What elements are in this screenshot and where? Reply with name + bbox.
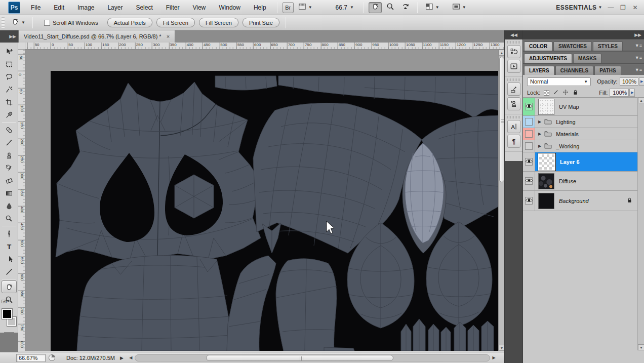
layer-visibility-cell[interactable] <box>523 191 535 211</box>
lock-pixels-button[interactable] <box>552 89 559 96</box>
layer-row-body[interactable]: ▶Materials <box>535 128 637 140</box>
tool-eyedropper[interactable] <box>0 108 18 121</box>
layer-row-body[interactable]: ▶_Working <box>535 140 637 152</box>
current-tool-icon-button[interactable]: ▼ <box>9 17 27 28</box>
status-popup-arrow-icon[interactable]: ▶ <box>120 355 124 360</box>
lock-transparency-button[interactable] <box>543 89 550 96</box>
opacity-slider-button[interactable]: ▶ <box>639 77 644 86</box>
tab-swatches[interactable]: SWATCHES <box>553 42 592 51</box>
document-tab[interactable]: Video11_Start_Diffuse.psd @ 66.7% (Layer… <box>18 30 175 43</box>
layer-visibility-cell[interactable] <box>523 98 535 115</box>
canvas-artwork[interactable] <box>51 71 498 351</box>
layer-row-body[interactable]: Layer 6 <box>535 152 637 171</box>
tool-clone-stamp[interactable] <box>0 149 18 162</box>
tool-hand[interactable] <box>2 280 17 293</box>
layer-row-diffuse[interactable]: Diffuse <box>523 172 637 191</box>
tool-line[interactable] <box>0 265 18 278</box>
panel-grip[interactable] <box>507 41 520 44</box>
menu-layer[interactable]: Layer <box>101 0 129 15</box>
rotate-view-button[interactable] <box>399 2 412 13</box>
tool-crop[interactable] <box>0 96 18 108</box>
zoom-level-dropdown-icon[interactable]: ▼ <box>350 5 354 10</box>
panel-grip[interactable] <box>507 78 520 81</box>
tab-masks[interactable]: MASKS <box>573 54 601 63</box>
panel-dock-header[interactable]: ▶▶ <box>523 30 644 39</box>
scroll-up-icon[interactable]: ▲ <box>638 97 644 103</box>
tool-healing-brush[interactable] <box>0 124 18 136</box>
menu-help[interactable]: Help <box>247 0 273 15</box>
menu-image[interactable]: Image <box>71 0 101 15</box>
menu-filter[interactable]: Filter <box>159 0 186 15</box>
tab-layers[interactable]: LAYERS <box>524 66 554 75</box>
panel-button-history[interactable] <box>507 45 520 58</box>
screen-mode-button[interactable]: ▼ <box>450 2 468 13</box>
mini-bridge-button[interactable]: ▼ <box>296 2 314 13</box>
layers-scrollbar[interactable]: ▲ ▼ <box>637 97 644 350</box>
horizontal-scrollbar-thumb[interactable] <box>206 355 393 361</box>
minimize-button[interactable]: — <box>607 4 615 11</box>
layer-thumbnail[interactable] <box>538 153 555 171</box>
button-print-size[interactable]: Print Size <box>243 18 279 27</box>
zoom-tool-button[interactable] <box>384 2 397 13</box>
restore-button[interactable]: ❐ <box>619 4 627 11</box>
panel-button-brush-panel[interactable] <box>507 83 520 96</box>
lock-position-button[interactable] <box>562 89 569 96</box>
horizontal-scroll-track[interactable] <box>135 354 490 361</box>
layer-thumbnail[interactable] <box>538 99 554 115</box>
canvas-viewport[interactable] <box>25 50 498 351</box>
layer-row-body[interactable]: UV Map <box>535 98 637 115</box>
bridge-button[interactable]: Br <box>283 2 294 13</box>
tool-blur[interactable] <box>0 199 18 212</box>
menu-view[interactable]: View <box>186 0 212 15</box>
panel-grip[interactable] <box>507 116 520 118</box>
menu-edit[interactable]: Edit <box>47 0 71 15</box>
scroll-down-icon[interactable]: ▼ <box>638 344 644 350</box>
hand-tool-button[interactable] <box>369 2 382 13</box>
document-vertical-scrollbar[interactable]: ▲ ▼ <box>498 50 504 351</box>
tab-color[interactable]: COLOR <box>524 42 552 51</box>
scroll-right-icon[interactable]: ▶ <box>491 354 497 361</box>
tool-history-brush[interactable] <box>0 162 18 174</box>
tool-rectangular-marquee[interactable] <box>0 58 18 70</box>
layer-row-body[interactable]: ▶Lighting <box>535 116 637 128</box>
tab-close-icon[interactable]: × <box>167 33 170 39</box>
blend-mode-select[interactable]: Normal ▼ <box>527 77 591 86</box>
zoom-level-value[interactable]: 66.7 <box>336 4 347 11</box>
status-zoom-field[interactable]: 66.67% <box>16 354 46 362</box>
tool-pen[interactable] <box>0 227 18 240</box>
button-actual-pixels[interactable]: Actual Pixels <box>107 18 152 27</box>
layer-visibility-cell[interactable] <box>523 116 535 128</box>
layer-visibility-cell[interactable] <box>523 140 535 152</box>
menu-file[interactable]: File <box>24 0 47 15</box>
layer-row-lighting[interactable]: ▶Lighting <box>523 116 637 128</box>
vertical-scrollbar-thumb[interactable] <box>499 57 504 182</box>
tab-styles[interactable]: STYLES <box>593 42 623 51</box>
tab-adjustments[interactable]: ADJUSTMENTS <box>524 54 572 63</box>
layer-visibility-cell[interactable] <box>523 172 535 190</box>
menu-window[interactable]: Window <box>212 0 247 15</box>
tab-channels[interactable]: CHANNELS <box>555 66 594 75</box>
layer-row-body[interactable]: Background <box>535 191 637 211</box>
tool-type[interactable]: T <box>0 240 18 253</box>
workspace-switcher[interactable]: ESSENTIALS ▼ <box>556 4 602 11</box>
button-fill-screen[interactable]: Fill Screen <box>199 18 238 27</box>
panel-button-character[interactable]: A <box>507 120 520 133</box>
menu-select[interactable]: Select <box>129 0 159 15</box>
fill-slider-button[interactable]: ▶ <box>629 89 635 97</box>
layer-visibility-cell[interactable] <box>523 128 535 140</box>
horizontal-ruler[interactable]: 5005010015020025030035040045050055060065… <box>25 43 504 50</box>
button-fit-screen[interactable]: Fit Screen <box>156 18 195 27</box>
arrange-documents-button[interactable]: ▼ <box>423 2 441 13</box>
layer-row-uv-map[interactable]: UV Map <box>523 98 637 116</box>
tools-panel-collapse-header[interactable]: ▶▶ <box>0 30 18 43</box>
expander-icon[interactable]: ▶ <box>538 144 541 148</box>
fill-value-field[interactable]: 100% <box>610 89 629 97</box>
panel-menu-icon[interactable]: ▼≡ <box>635 67 642 72</box>
layer-row-layer-6[interactable]: Layer 6 <box>523 152 637 172</box>
layer-row-background[interactable]: Background <box>523 191 637 211</box>
tab-paths[interactable]: PATHS <box>594 66 621 75</box>
tool-path-selection[interactable] <box>0 253 18 265</box>
close-button[interactable]: ✕ <box>631 4 639 11</box>
expander-icon[interactable]: ▶ <box>538 132 541 136</box>
horizontal-scrollbar[interactable]: ◀ ▶ <box>128 352 504 363</box>
